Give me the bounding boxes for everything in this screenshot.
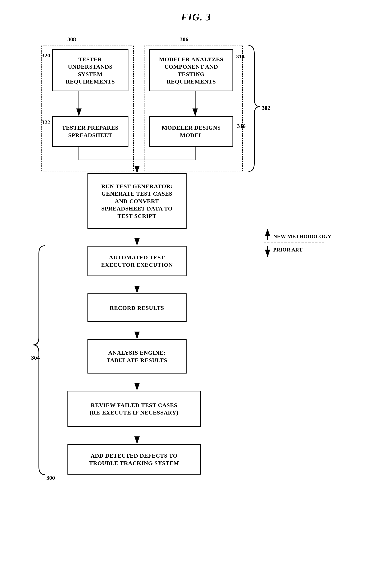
figure-title: FIG. 3 (23, 11, 369, 23)
label-304: 304 (31, 354, 40, 361)
label-314: 314 (236, 53, 245, 60)
label-316: 316 (237, 123, 246, 129)
box-modeler-analyzes: MODELER ANALYZES COMPONENT AND TESTING R… (149, 49, 233, 91)
box-modeler-designs: MODELER DESIGNS MODEL (149, 116, 233, 147)
page: FIG. 3 (0, 0, 392, 572)
box-tester-prepares: TESTER PREPARES SPREADSHEET (52, 116, 128, 147)
box-add-detected: ADD DETECTED DEFECTS TO TROUBLE TRACKING… (67, 444, 201, 475)
diagram: 308 306 320 TESTER UNDERSTANDS SYSTEM RE… (29, 34, 363, 558)
box-run-test-generator: RUN TEST GENERATOR: GENERATE TEST CASES … (87, 173, 187, 229)
box-automated-test: AUTOMATED TEST EXECUTOR EXECUTION (87, 246, 187, 276)
label-302: 302 (262, 105, 270, 111)
label-300: 300 (47, 475, 55, 481)
label-prior-art: PRIOR ART (273, 247, 303, 253)
box-analysis-engine: ANALYSIS ENGINE: TABULATE RESULTS (87, 339, 187, 374)
label-322: 322 (42, 119, 50, 126)
label-new-methodology: NEW METHODOLOGY (273, 233, 331, 239)
box-review-failed: REVIEW FAILED TEST CASES (RE-EXECUTE IF … (67, 391, 201, 427)
label-308: 308 (67, 36, 76, 43)
box-tester-understands: TESTER UNDERSTANDS SYSTEM REQUIREMENTS (52, 49, 128, 91)
label-306: 306 (180, 36, 188, 43)
label-320: 320 (42, 52, 50, 59)
box-record-results: RECORD RESULTS (87, 293, 187, 322)
